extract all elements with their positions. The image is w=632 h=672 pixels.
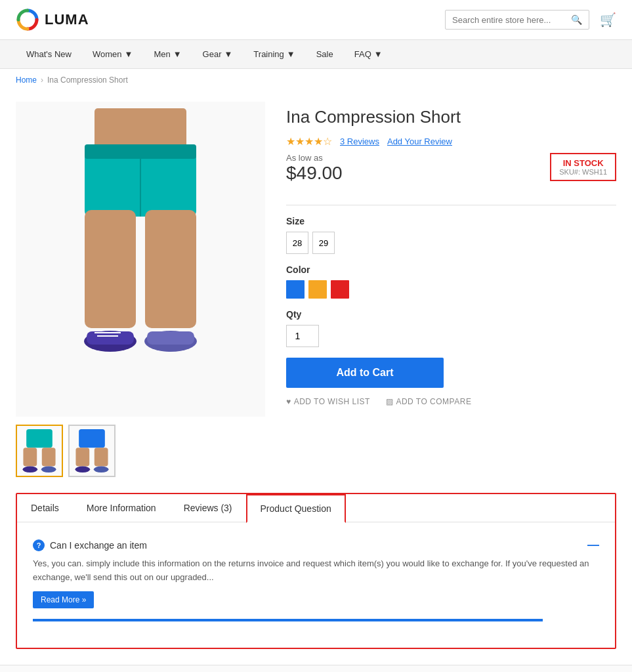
- svg-point-22: [94, 467, 109, 472]
- luma-logo-icon: [16, 8, 39, 32]
- breadcrumb-separator: ›: [41, 75, 43, 85]
- stock-status: IN STOCK: [559, 158, 607, 168]
- tab-details[interactable]: Details: [17, 494, 73, 522]
- qty-label: Qty: [286, 309, 616, 320]
- nav-item-women[interactable]: Women ▼: [82, 40, 143, 68]
- svg-point-16: [23, 467, 38, 472]
- qa-progress-bar: [33, 619, 543, 621]
- chevron-down-icon: ▼: [374, 49, 383, 59]
- thumbnail-1[interactable]: [16, 425, 63, 477]
- stock-badge: IN STOCK SKU#: WSH11: [550, 153, 616, 181]
- color-label: Color: [286, 264, 616, 275]
- nav-item-sale[interactable]: Sale: [306, 40, 344, 68]
- add-review-link[interactable]: Add Your Review: [387, 136, 452, 146]
- bottom-bar: Did you find what you were looking for? …: [0, 665, 632, 672]
- nav-item-men[interactable]: Men ▼: [143, 40, 192, 68]
- nav: What's New Women ▼ Men ▼ Gear ▼ Training…: [0, 40, 632, 69]
- add-to-wishlist-link[interactable]: ♥ ADD TO WISH LIST: [286, 397, 370, 406]
- add-to-compare-link[interactable]: ▨ ADD TO COMPARE: [386, 397, 472, 406]
- tab-reviews[interactable]: Reviews (3): [170, 494, 246, 522]
- cart-icon[interactable]: 🛒: [600, 12, 616, 28]
- search-icon: 🔍: [571, 14, 582, 25]
- star-rating: ★★★★☆: [286, 135, 332, 148]
- logo-text: LUMA: [45, 11, 89, 28]
- compare-icon: ▨: [386, 397, 394, 406]
- color-swatch-blue[interactable]: [286, 280, 305, 299]
- chevron-down-icon: ▼: [173, 49, 182, 59]
- svg-point-21: [75, 467, 91, 472]
- tab-product-question[interactable]: Product Question: [246, 494, 346, 523]
- product-image-svg: [42, 108, 239, 410]
- chevron-down-icon: ▼: [224, 49, 232, 59]
- logo: LUMA: [16, 8, 89, 32]
- svg-rect-20: [95, 448, 108, 466]
- product-images: [16, 102, 265, 477]
- qa-item: ? Can I exchange an item — Yes, you can.…: [33, 538, 599, 621]
- qty-block: Qty: [286, 309, 616, 347]
- main-product-image: [16, 102, 265, 417]
- size-28[interactable]: 28: [286, 232, 308, 254]
- svg-rect-19: [75, 448, 89, 466]
- nav-item-whats-new[interactable]: What's New: [16, 40, 82, 68]
- sku-label: SKU#: WSH11: [559, 168, 607, 176]
- breadcrumb-home[interactable]: Home: [16, 75, 37, 85]
- qa-question-icon: ?: [33, 539, 45, 551]
- header-right: 🔍 🛒: [445, 10, 616, 30]
- thumbnail-2[interactable]: [68, 425, 116, 477]
- chevron-down-icon: ▼: [287, 49, 295, 59]
- tabs-border-container: Details More Information Reviews (3) Pro…: [16, 493, 616, 649]
- search-input[interactable]: [452, 15, 571, 25]
- color-swatch-red[interactable]: [331, 280, 349, 299]
- svg-rect-18: [79, 429, 105, 448]
- heart-icon: ♥: [286, 397, 291, 406]
- header: LUMA 🔍 🛒: [0, 0, 632, 40]
- breadcrumb-current: Ina Compression Short: [47, 75, 128, 85]
- product-price: $49.00: [286, 163, 343, 184]
- tab-more-information[interactable]: More Information: [73, 494, 170, 522]
- price-block: As low as $49.00: [286, 153, 343, 184]
- svg-rect-5: [145, 210, 196, 328]
- qa-question-row: ? Can I exchange an item —: [33, 538, 599, 552]
- as-low-as-label: As low as: [286, 153, 343, 163]
- qa-question-text: ? Can I exchange an item: [33, 539, 147, 551]
- size-label: Size: [286, 216, 616, 226]
- size-options: 28 29: [286, 232, 616, 254]
- qty-input[interactable]: [286, 325, 319, 347]
- svg-rect-4: [85, 210, 136, 328]
- product-info: Ina Compression Short ★★★★☆ 3 Reviews Ad…: [286, 102, 616, 477]
- tab-content-product-question: ? Can I exchange an item — Yes, you can.…: [17, 522, 615, 648]
- product-area: Ina Compression Short ★★★★☆ 3 Reviews Ad…: [0, 91, 632, 493]
- product-title: Ina Compression Short: [286, 107, 616, 127]
- rating-row: ★★★★☆ 3 Reviews Add Your Review: [286, 135, 616, 148]
- svg-rect-9: [147, 331, 194, 345]
- color-swatch-orange[interactable]: [308, 280, 327, 299]
- add-to-cart-button[interactable]: Add to Cart: [286, 358, 444, 388]
- qa-answer-text: Yes, you can. simply include this inform…: [33, 557, 599, 585]
- read-more-button[interactable]: Read More »: [33, 591, 94, 608]
- tabs-header: Details More Information Reviews (3) Pro…: [17, 494, 615, 522]
- svg-rect-15: [42, 448, 56, 466]
- search-box: 🔍: [445, 10, 589, 30]
- nav-item-training[interactable]: Training ▼: [243, 40, 305, 68]
- nav-item-gear[interactable]: Gear ▼: [192, 40, 243, 68]
- size-29[interactable]: 29: [312, 232, 335, 254]
- product-thumbnails: [16, 425, 265, 477]
- chevron-down-icon: ▼: [125, 49, 133, 59]
- price-stock-row: As low as $49.00 IN STOCK SKU#: WSH11: [286, 153, 616, 194]
- reviews-link[interactable]: 3 Reviews: [340, 136, 379, 146]
- action-links: ♥ ADD TO WISH LIST ▨ ADD TO COMPARE: [286, 397, 616, 406]
- nav-item-faq[interactable]: FAQ ▼: [344, 40, 393, 68]
- tabs-section: Details More Information Reviews (3) Pro…: [0, 493, 632, 665]
- svg-rect-1: [95, 108, 186, 148]
- svg-rect-13: [26, 429, 53, 448]
- qa-collapse-button[interactable]: —: [587, 538, 599, 552]
- qa-question-label: Can I exchange an item: [50, 540, 147, 551]
- svg-rect-14: [23, 448, 37, 466]
- color-options: [286, 280, 616, 299]
- svg-point-17: [41, 467, 56, 472]
- breadcrumb: Home › Ina Compression Short: [0, 69, 632, 91]
